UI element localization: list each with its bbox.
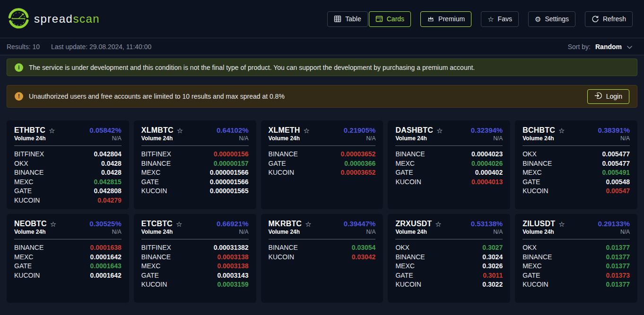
pair-name: BCHBTC <box>522 126 555 135</box>
exchange-name: BITFINEX <box>141 151 171 158</box>
exchange-name: KUCOIN <box>141 187 167 195</box>
login-icon <box>594 92 602 101</box>
price-value: 0.0001642 <box>90 272 122 279</box>
exchange-name: GATE <box>522 179 540 186</box>
spread-value: 0.30525% <box>89 220 122 228</box>
favs-button[interactable]: ☆ Favs <box>481 11 519 27</box>
favorite-star-icon[interactable]: ☆ <box>558 127 565 134</box>
premium-button[interactable]: Premium <box>420 11 471 27</box>
exchange-name: KUCOIN <box>522 187 548 195</box>
login-button[interactable]: Login <box>587 89 629 104</box>
settings-button[interactable]: ⚙ Settings <box>528 11 575 27</box>
price-value: 0.0000366 <box>344 160 375 167</box>
price-row: BINANCE0.01377 <box>522 254 630 261</box>
exchange-name: OKX <box>14 160 28 167</box>
price-row: GATE0.0001643 <box>14 263 122 270</box>
price-row: KUCOIN0.000001565 <box>141 187 249 195</box>
exchange-name: BINANCE <box>141 254 171 261</box>
pair-name: ETCBTC <box>141 220 173 228</box>
chevron-down-icon <box>627 43 633 51</box>
exchange-name: KUCOIN <box>395 281 421 288</box>
price-value: 0.0428 <box>101 160 122 167</box>
sort-value: Random <box>595 43 622 51</box>
price-row: GATE0.0000366 <box>269 160 376 167</box>
cards-view-label: Cards <box>387 15 404 23</box>
spread-value: 0.39447% <box>344 220 376 228</box>
exchange-name: KUCOIN <box>395 179 421 186</box>
spread-value: 0.32394% <box>471 126 503 134</box>
warning-banner-text: Unauthorized users and free accounts are… <box>29 93 582 100</box>
table-view-button[interactable]: Table <box>327 11 367 27</box>
price-value: 0.005477 <box>602 160 630 167</box>
volume-label: Volume 24h <box>14 229 45 235</box>
price-value: 0.042808 <box>94 187 121 195</box>
price-row: GATE0.01373 <box>522 272 630 279</box>
exchange-name: BINANCE <box>522 254 552 261</box>
price-row: BINANCE0.00003652 <box>269 151 376 158</box>
card-divider <box>522 145 630 146</box>
price-row: GATE0.0003143 <box>141 272 249 279</box>
price-rows: BITFINEX0.042804OKX0.0428BINANCE0.0428ME… <box>14 151 122 204</box>
price-rows: OKX0.005477BINANCE0.005477MEXC0.005491GA… <box>522 151 630 195</box>
price-row: KUCOIN0.3022 <box>395 281 503 288</box>
info-banner-text: The service is under development and thi… <box>29 64 629 71</box>
favorite-star-icon[interactable]: ☆ <box>177 127 183 134</box>
exchange-name: MEXC <box>395 160 414 167</box>
cards-icon <box>375 15 383 23</box>
price-rows: BITFINEX0.00031382BINANCE0.0003138MEXC0.… <box>141 244 249 288</box>
price-row: BITFINEX0.042804 <box>14 151 122 158</box>
card-divider <box>141 145 249 146</box>
price-value: 0.000402 <box>475 169 503 176</box>
cards-view-button[interactable]: Cards <box>369 11 411 27</box>
view-switch: Table Cards <box>327 11 411 27</box>
favorite-star-icon[interactable]: ☆ <box>50 221 56 228</box>
price-value: 0.3024 <box>482 254 503 261</box>
price-rows: BINANCE0.03054KUCOIN0.03042 <box>269 244 376 260</box>
pair-card: NEOBTC ☆ 0.30525% Volume 24h N/A BINANCE… <box>7 214 129 303</box>
exchange-name: GATE <box>141 179 159 186</box>
price-row: MEXC0.005491 <box>522 169 630 176</box>
exchange-name: BITFINEX <box>14 151 44 158</box>
favorite-star-icon[interactable]: ☆ <box>176 221 182 228</box>
price-value: 0.01377 <box>606 244 630 251</box>
volume-value: N/A <box>239 135 249 142</box>
favorite-star-icon[interactable]: ☆ <box>49 127 55 134</box>
price-value: 0.03042 <box>352 254 376 261</box>
favorite-star-icon[interactable]: ☆ <box>435 221 441 228</box>
exchange-name: BINANCE <box>395 151 425 158</box>
price-row: GATE0.3011 <box>395 272 503 279</box>
volume-value: N/A <box>620 135 630 142</box>
exchange-name: GATE <box>269 160 286 167</box>
brand-name-suffix: scan <box>73 12 100 25</box>
price-rows: OKX0.01377BINANCE0.01377MEXC0.01377GATE0… <box>522 244 630 288</box>
sort-dropdown[interactable]: Sort by: Random <box>568 43 633 51</box>
refresh-button[interactable]: Refresh <box>585 11 633 27</box>
price-row: KUCOIN0.0001642 <box>14 272 122 279</box>
refresh-icon <box>592 15 599 23</box>
last-update: Last update: 29.08.2024, 11:40:00 <box>51 43 151 51</box>
price-row: KUCOIN0.0003159 <box>141 281 249 288</box>
card-divider <box>395 239 503 239</box>
exchange-name: MEXC <box>141 263 160 270</box>
volume-value: N/A <box>493 229 503 235</box>
info-banner: i The service is under development and t… <box>7 59 637 76</box>
price-value: 0.3027 <box>482 244 503 251</box>
favorite-star-icon[interactable]: ☆ <box>304 127 310 134</box>
favorite-star-icon[interactable]: ☆ <box>436 127 443 134</box>
exchange-name: OKX <box>395 244 409 251</box>
price-row: BINANCE0.0004023 <box>395 151 503 158</box>
exchange-name: MEXC <box>141 169 160 176</box>
exchange-name: BINANCE <box>14 244 44 251</box>
price-row: OKX0.005477 <box>522 151 630 158</box>
warning-icon: ! <box>15 92 23 101</box>
exchange-name: MEXC <box>395 263 414 270</box>
favorite-star-icon[interactable]: ☆ <box>558 221 565 228</box>
volume-value: N/A <box>239 229 249 235</box>
volume-value: N/A <box>112 229 122 235</box>
price-row: OKX0.01377 <box>522 244 630 251</box>
price-value: 0.00003652 <box>340 169 375 176</box>
price-value: 0.0004026 <box>471 160 503 167</box>
price-value: 0.0001642 <box>90 254 122 261</box>
spread-value: 0.38391% <box>598 126 630 134</box>
favorite-star-icon[interactable]: ☆ <box>305 221 311 228</box>
